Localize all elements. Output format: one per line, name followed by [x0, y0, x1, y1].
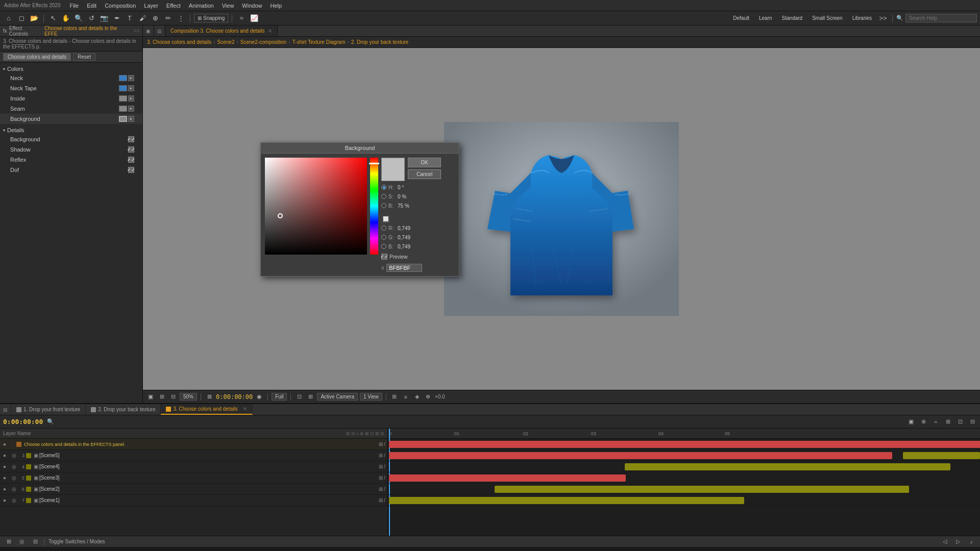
- layer-0-switch-2[interactable]: /: [384, 441, 385, 447]
- menu-help[interactable]: Help: [267, 2, 285, 10]
- timeline-tab-front[interactable]: 1. Drop your front texture: [11, 404, 86, 415]
- layer-row-3[interactable]: ● ◎ 3 ▣ [Scene5] ⊞ /: [0, 450, 387, 461]
- toolbar-clone-btn[interactable]: ⊕: [150, 13, 161, 23]
- ok-button[interactable]: OK: [408, 158, 441, 167]
- menu-layer[interactable]: Layer: [141, 2, 161, 10]
- viewport-grid-btn[interactable]: ⊞: [390, 392, 399, 402]
- toolbar-graph-btn[interactable]: 📈: [249, 13, 260, 23]
- comp-tab-close-icon[interactable]: ✕: [268, 28, 272, 34]
- cancel-button[interactable]: Cancel: [408, 169, 441, 179]
- viewport-icon-5[interactable]: ◉: [255, 392, 264, 402]
- layer-6-switch-1[interactable]: ⊞: [379, 486, 383, 492]
- layer-3-vis[interactable]: ●: [0, 451, 9, 460]
- menu-window[interactable]: Window: [239, 2, 265, 10]
- b-radio[interactable]: [381, 203, 386, 208]
- choose-colors-btn[interactable]: Choose colors and details: [3, 53, 71, 61]
- toolbar-hand-btn[interactable]: ✋: [60, 13, 71, 23]
- search-input[interactable]: [905, 14, 977, 22]
- layer-5-audio[interactable]: ◎: [9, 473, 18, 483]
- tl-ctrl-3[interactable]: ≈: [931, 417, 940, 427]
- toolbar-motion-btn[interactable]: ≈: [236, 13, 247, 23]
- layer-7-switch-2[interactable]: /: [384, 497, 385, 503]
- color-gradient-area[interactable]: [265, 158, 367, 255]
- track-bar-0[interactable]: [389, 441, 980, 448]
- viewport-overlay-btn[interactable]: ◈: [412, 392, 422, 402]
- toolbar-new-btn[interactable]: ◻: [16, 13, 27, 23]
- viewport-icon-2[interactable]: ⊞: [157, 392, 166, 402]
- layer-6-audio[interactable]: ◎: [9, 485, 18, 494]
- toolbar-camera-btn[interactable]: 📷: [99, 13, 110, 23]
- track-bar-3[interactable]: [389, 452, 892, 459]
- menu-view[interactable]: View: [219, 2, 237, 10]
- viewport-icon-3[interactable]: ⊟: [168, 392, 178, 402]
- bg-arrow-btn[interactable]: ▸: [128, 116, 134, 122]
- toolbar-puppet-btn[interactable]: ⋮: [175, 13, 186, 23]
- layer-6-switch-2[interactable]: /: [384, 486, 385, 492]
- status-icon-3[interactable]: ⊟: [31, 537, 40, 546]
- status-nav-btn[interactable]: ◁: [940, 537, 949, 546]
- detail-reflex-checkbox[interactable]: ✓: [128, 157, 134, 163]
- toolbar-text-btn[interactable]: T: [124, 13, 135, 23]
- breadcrumb-1[interactable]: 3. Choose colors and details: [147, 39, 211, 45]
- hue-strip[interactable]: [370, 158, 378, 255]
- 1-view-btn[interactable]: 1 View: [360, 393, 382, 400]
- layer-row-7[interactable]: ● ◎ 7 ▣ [Scene1] ⊞ /: [0, 495, 387, 506]
- inside-arrow-btn[interactable]: ▸: [128, 95, 134, 102]
- hex-input[interactable]: [386, 264, 422, 272]
- track-bar-6[interactable]: [495, 486, 909, 493]
- snapping-toggle[interactable]: ⊞ Snapping: [194, 14, 228, 22]
- details-section-header[interactable]: ▾ Details: [0, 126, 142, 134]
- workspace-standard[interactable]: Standard: [778, 14, 807, 22]
- eyedropper-icon[interactable]: 🔲: [381, 215, 389, 223]
- search-layer-btn[interactable]: 🔍: [46, 417, 55, 427]
- layer-3-switch-1[interactable]: ⊞: [379, 453, 383, 458]
- tl-ctrl-4[interactable]: ⊞: [943, 417, 952, 427]
- detail-background-checkbox[interactable]: ✓: [128, 136, 134, 142]
- layer-7-switch-1[interactable]: ⊞: [379, 497, 383, 503]
- toolbar-rotate-btn[interactable]: ↺: [86, 13, 97, 23]
- timeline-tab-back[interactable]: 2. Drop your back texture: [86, 404, 161, 415]
- tl-ctrl-6[interactable]: ⊟: [968, 417, 977, 427]
- r-radio[interactable]: [381, 226, 386, 231]
- neck-arrow-btn[interactable]: ▸: [128, 75, 134, 81]
- layer-0-vis[interactable]: ●: [0, 440, 9, 449]
- seam-arrow-btn[interactable]: ▸: [128, 106, 134, 112]
- status-icon-2[interactable]: ◎: [17, 537, 27, 546]
- layer-3-switch-2[interactable]: /: [384, 453, 385, 458]
- track-bar-7[interactable]: [389, 497, 744, 504]
- layer-4-audio[interactable]: ◎: [9, 462, 18, 471]
- neck-tape-swatch[interactable]: [119, 85, 127, 91]
- layer-4-vis[interactable]: ●: [0, 462, 9, 471]
- tl-ctrl-5[interactable]: ⊡: [955, 417, 965, 427]
- toolbar-open-btn[interactable]: 📂: [29, 13, 40, 23]
- workspace-default[interactable]: Default: [729, 14, 753, 22]
- status-nav-btn-2[interactable]: ▷: [953, 537, 963, 546]
- layer-7-audio[interactable]: ◎: [9, 496, 18, 505]
- colors-section-header[interactable]: ▾ Colors: [0, 65, 142, 73]
- track-bar-3b[interactable]: [903, 452, 980, 459]
- layer-row-4[interactable]: ● ◎ 4 ▣ [Scene4] ⊞ /: [0, 461, 387, 472]
- toolbar-eraser-btn[interactable]: ✏: [162, 13, 174, 23]
- menu-file[interactable]: File: [66, 2, 82, 10]
- bg-color-swatch[interactable]: [119, 116, 127, 122]
- workspace-more-btn[interactable]: >>: [877, 13, 889, 23]
- workspace-small-screen[interactable]: Small Screen: [808, 14, 846, 22]
- track-bar-5[interactable]: [389, 474, 626, 482]
- tl-ctrl-1[interactable]: ▣: [906, 417, 916, 427]
- status-text[interactable]: Toggle Switches / Modes: [48, 539, 105, 544]
- layer-row-6[interactable]: ● ◎ 6 ▣ [Scene2] ⊞ /: [0, 484, 387, 495]
- track-bar-4[interactable]: [625, 463, 950, 470]
- menu-effect[interactable]: Effect: [163, 2, 184, 10]
- toolbar-selection-btn[interactable]: ↖: [47, 13, 59, 23]
- timeline-tab-colors[interactable]: 3. Choose colors and details ✕: [161, 404, 252, 415]
- layer-row-5[interactable]: ● ◎ 5 ▣ [Scene3] ⊞ /: [0, 472, 387, 484]
- toolbar-zoom-btn[interactable]: 🔍: [73, 13, 84, 23]
- workspace-libraries[interactable]: Libraries: [848, 14, 876, 22]
- status-audio-btn[interactable]: ♪: [967, 537, 976, 546]
- menu-animation[interactable]: Animation: [186, 2, 217, 10]
- layer-3-audio[interactable]: ◎: [9, 451, 18, 460]
- seam-swatch[interactable]: [119, 106, 127, 112]
- viewport-3d-btn[interactable]: ⊞: [306, 392, 315, 402]
- breadcrumb-4[interactable]: T-shirt Texture Diagram: [292, 39, 346, 45]
- tab-colors-close[interactable]: ✕: [243, 406, 247, 412]
